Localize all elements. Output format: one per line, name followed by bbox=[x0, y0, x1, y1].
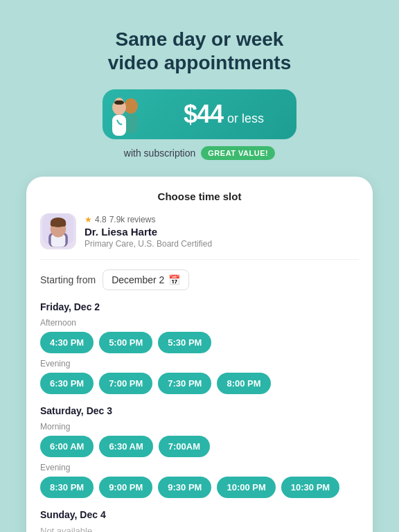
price-amount: $44 bbox=[184, 100, 223, 129]
svg-point-0 bbox=[124, 98, 138, 114]
date-picker-button[interactable]: December 2 📅 bbox=[103, 269, 189, 290]
time-slot-button[interactable]: 4:30 PM bbox=[40, 332, 94, 353]
time-slots: 8:30 PM9:00 PM9:30 PM10:00 PM10:30 PM bbox=[40, 477, 359, 498]
svg-rect-5 bbox=[114, 100, 124, 105]
day-section: Friday, Dec 2Afternoon4:30 PM5:00 PM5:30… bbox=[40, 301, 359, 394]
period-label: Afternoon bbox=[40, 318, 359, 328]
doctor-rating: ★ 4.8 7.9k reviews bbox=[85, 215, 212, 224]
day-label: Saturday, Dec 3 bbox=[40, 405, 359, 416]
time-slot-button[interactable]: 5:30 PM bbox=[158, 332, 211, 353]
doctor-avatar bbox=[40, 213, 76, 249]
period-label: Morning bbox=[40, 422, 359, 432]
time-slot-button[interactable]: 7:00AM bbox=[159, 436, 210, 457]
time-slot-button[interactable]: 6:30 PM bbox=[40, 373, 94, 394]
time-slot-button[interactable]: 5:00 PM bbox=[99, 332, 152, 353]
page-title: Same day or week video appointments bbox=[108, 28, 291, 74]
day-label: Sunday, Dec 4 bbox=[40, 509, 359, 520]
svg-rect-3 bbox=[112, 115, 126, 136]
doctor-illustration bbox=[100, 91, 148, 139]
time-slots: 6:00 AM6:30 AM7:00AM bbox=[40, 436, 359, 457]
time-slot-button[interactable]: 7:30 PM bbox=[158, 373, 211, 394]
doctor-info: ★ 4.8 7.9k reviews Dr. Liesa Harte Prima… bbox=[40, 213, 359, 260]
time-slot-button[interactable]: 9:00 PM bbox=[99, 477, 152, 498]
time-slot-button[interactable]: 9:30 PM bbox=[158, 477, 211, 498]
doctor-name: Dr. Liesa Harte bbox=[85, 226, 212, 238]
price-suffix: or less bbox=[227, 112, 264, 126]
star-icon: ★ bbox=[85, 215, 92, 224]
day-label: Friday, Dec 2 bbox=[40, 301, 359, 312]
day-section: Saturday, Dec 3Morning6:00 AM6:30 AM7:00… bbox=[40, 405, 359, 498]
days-container: Friday, Dec 2Afternoon4:30 PM5:00 PM5:30… bbox=[40, 301, 359, 532]
time-slot-button[interactable]: 10:00 PM bbox=[217, 477, 275, 498]
calendar-icon: 📅 bbox=[168, 274, 180, 285]
date-value: December 2 bbox=[112, 274, 164, 285]
period-label: Evening bbox=[40, 463, 359, 472]
doctor-specialty: Primary Care, U.S. Board Certified bbox=[85, 239, 212, 249]
time-slot-button[interactable]: 10:30 PM bbox=[281, 477, 339, 498]
starting-from-label: Starting from bbox=[40, 274, 96, 285]
starting-from-row: Starting from December 2 📅 bbox=[40, 269, 359, 290]
time-slot-button[interactable]: 8:00 PM bbox=[217, 373, 270, 394]
appointment-card: Choose time slot ★ 4.8 7.9k review bbox=[26, 177, 373, 532]
card-title: Choose time slot bbox=[40, 190, 359, 202]
doctor-details: ★ 4.8 7.9k reviews Dr. Liesa Harte Prima… bbox=[85, 215, 212, 249]
time-slot-button[interactable]: 7:00 PM bbox=[99, 373, 152, 394]
svg-rect-11 bbox=[51, 222, 66, 227]
time-slot-button[interactable]: 8:30 PM bbox=[40, 477, 94, 498]
subscription-line: with subscription GREAT VALUE! bbox=[124, 146, 275, 160]
time-slot-button[interactable]: 6:30 AM bbox=[99, 436, 152, 457]
time-slot-button[interactable]: 6:00 AM bbox=[40, 436, 94, 457]
day-section: Sunday, Dec 4Not available bbox=[40, 509, 359, 532]
great-value-badge: GREAT VALUE! bbox=[201, 146, 275, 160]
not-available-text: Not available bbox=[40, 526, 359, 532]
time-slots: 4:30 PM5:00 PM5:30 PM bbox=[40, 332, 359, 353]
period-label: Evening bbox=[40, 359, 359, 369]
time-slots: 6:30 PM7:00 PM7:30 PM8:00 PM bbox=[40, 373, 359, 394]
subscription-text: with subscription bbox=[124, 148, 196, 159]
price-banner: $44 or less bbox=[103, 89, 296, 139]
